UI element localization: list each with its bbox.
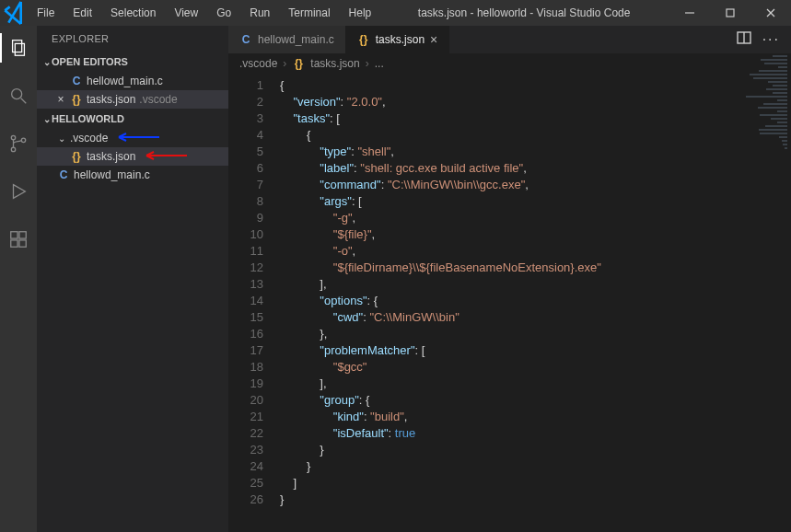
code-line[interactable]: "-o", bbox=[280, 243, 791, 260]
code-line[interactable]: "$gcc" bbox=[280, 359, 791, 376]
code-line[interactable]: ] bbox=[280, 475, 791, 492]
svg-rect-12 bbox=[11, 232, 17, 238]
svg-point-6 bbox=[12, 89, 22, 99]
svg-point-9 bbox=[11, 147, 15, 151]
code-line[interactable]: } bbox=[280, 492, 791, 508]
code-line[interactable]: } bbox=[280, 458, 791, 475]
breadcrumb-item[interactable]: ... bbox=[375, 57, 384, 70]
line-number: 11 bbox=[228, 243, 263, 260]
tree-item-label: hellowd_main.c bbox=[74, 168, 150, 181]
code-line[interactable]: ], bbox=[280, 376, 791, 392]
svg-line-7 bbox=[21, 98, 27, 104]
tree-file[interactable]: {}tasks.json bbox=[37, 147, 228, 166]
menu-view[interactable]: View bbox=[167, 3, 205, 23]
code-line[interactable]: "${file}", bbox=[280, 226, 791, 243]
breadcrumb-item[interactable]: .vscode bbox=[239, 57, 277, 70]
code-line[interactable]: } bbox=[280, 442, 791, 458]
code-line[interactable]: "label": "shell: gcc.exe build active fi… bbox=[280, 160, 791, 177]
split-editor-icon[interactable] bbox=[737, 30, 751, 49]
code-line[interactable]: "isDefault": true bbox=[280, 425, 791, 442]
branch-icon[interactable] bbox=[6, 131, 31, 156]
menu-terminal[interactable]: Terminal bbox=[281, 3, 337, 23]
app-menu: FileEditSelectionViewGoRunTerminalHelp bbox=[29, 3, 378, 23]
menu-edit[interactable]: Edit bbox=[65, 3, 99, 23]
line-number: 6 bbox=[228, 160, 263, 177]
open-editors-header[interactable]: ⌄ OPEN EDITORS bbox=[37, 52, 228, 72]
code-line[interactable]: "kind": "build", bbox=[280, 409, 791, 425]
svg-rect-4 bbox=[13, 40, 22, 52]
code-line[interactable]: ], bbox=[280, 276, 791, 293]
tree-item-label: .vscode bbox=[70, 132, 108, 145]
line-number: 25 bbox=[228, 475, 263, 492]
code-line[interactable]: "problemMatcher": [ bbox=[280, 342, 791, 359]
title-bar: FileEditSelectionViewGoRunTerminalHelp t… bbox=[0, 0, 791, 26]
code-line[interactable]: { bbox=[280, 77, 791, 94]
extensions-icon[interactable] bbox=[6, 226, 31, 252]
open-editor-item[interactable]: Chellowd_main.c bbox=[37, 72, 228, 90]
annotation-arrow-icon bbox=[139, 150, 189, 163]
svg-point-8 bbox=[11, 135, 15, 139]
more-actions-icon[interactable]: ··· bbox=[762, 31, 780, 48]
files-icon[interactable] bbox=[6, 35, 31, 61]
line-number: 14 bbox=[228, 293, 263, 309]
debug-icon[interactable] bbox=[6, 179, 31, 204]
open-editor-label: tasks.json bbox=[87, 93, 135, 106]
menu-go[interactable]: Go bbox=[209, 3, 238, 23]
search-icon[interactable] bbox=[6, 83, 31, 109]
c-file-icon: C bbox=[239, 33, 252, 46]
code-line[interactable]: "command": "C:\\MinGW\\bin\\gcc.exe", bbox=[280, 177, 791, 193]
tree-folder[interactable]: ⌄.vscode bbox=[37, 129, 228, 147]
line-number: 15 bbox=[228, 309, 263, 326]
svg-rect-5 bbox=[15, 43, 24, 55]
json-file-icon: {} bbox=[292, 57, 305, 70]
window-close-button[interactable] bbox=[750, 0, 791, 26]
svg-point-10 bbox=[21, 138, 25, 142]
chevron-down-icon: ⌄ bbox=[42, 57, 52, 67]
workspace-header[interactable]: ⌄ HELLOWORLD bbox=[37, 109, 228, 129]
menu-help[interactable]: Help bbox=[342, 3, 379, 23]
window-minimize-button[interactable] bbox=[669, 0, 710, 26]
line-number: 1 bbox=[228, 77, 263, 94]
breadcrumb[interactable]: .vscode›{}tasks.json›... bbox=[228, 53, 791, 74]
code-line[interactable]: { bbox=[280, 127, 791, 144]
code-line[interactable]: "type": "shell", bbox=[280, 144, 791, 160]
line-number: 9 bbox=[228, 210, 263, 226]
breadcrumb-item[interactable]: tasks.json bbox=[310, 57, 359, 70]
code-line[interactable]: "options": { bbox=[280, 293, 791, 309]
close-icon[interactable]: × bbox=[430, 33, 437, 46]
code-line[interactable]: "version": "2.0.0", bbox=[280, 94, 791, 110]
code-line[interactable]: "cwd": "C:\\MinGW\\bin" bbox=[280, 309, 791, 326]
code-editor[interactable]: 1234567891011121314151617181920212223242… bbox=[228, 74, 791, 532]
workspace-label: HELLOWORLD bbox=[52, 113, 124, 124]
editor-tab[interactable]: {}tasks.json× bbox=[346, 26, 450, 53]
code-line[interactable]: "tasks": [ bbox=[280, 110, 791, 127]
tree-item-label: tasks.json bbox=[87, 150, 135, 163]
code-line[interactable]: "${fileDirname}\\${fileBasenameNoExtensi… bbox=[280, 260, 791, 276]
svg-rect-14 bbox=[11, 240, 17, 247]
line-number: 4 bbox=[228, 127, 263, 144]
menu-file[interactable]: File bbox=[29, 3, 62, 23]
menu-selection[interactable]: Selection bbox=[103, 3, 163, 23]
code-line[interactable]: "-g", bbox=[280, 210, 791, 226]
code-line[interactable]: }, bbox=[280, 326, 791, 342]
tree-file[interactable]: Chellowd_main.c bbox=[37, 166, 228, 184]
open-editor-item[interactable]: ×{}tasks.json .vscode bbox=[37, 90, 228, 109]
svg-rect-1 bbox=[727, 9, 734, 17]
chevron-right-icon: › bbox=[283, 57, 286, 70]
window-restore-button[interactable] bbox=[710, 0, 750, 26]
minimap[interactable] bbox=[739, 53, 787, 164]
editor-tab[interactable]: Chellowd_main.c bbox=[228, 26, 346, 53]
c-file-icon: C bbox=[70, 75, 83, 87]
line-number: 7 bbox=[228, 177, 263, 193]
tab-label: tasks.json bbox=[376, 33, 425, 46]
json-file-icon: {} bbox=[357, 33, 370, 46]
close-icon[interactable]: × bbox=[55, 93, 66, 106]
tab-bar: Chellowd_main.c{}tasks.json× ··· bbox=[228, 26, 791, 53]
code-content[interactable]: { "version": "2.0.0", "tasks": [ { "type… bbox=[273, 74, 791, 532]
menu-run[interactable]: Run bbox=[242, 3, 277, 23]
svg-rect-13 bbox=[19, 232, 26, 238]
code-line[interactable]: "args": [ bbox=[280, 193, 791, 210]
code-line[interactable]: "group": { bbox=[280, 392, 791, 409]
line-number: 17 bbox=[228, 342, 263, 359]
line-number: 13 bbox=[228, 276, 263, 293]
